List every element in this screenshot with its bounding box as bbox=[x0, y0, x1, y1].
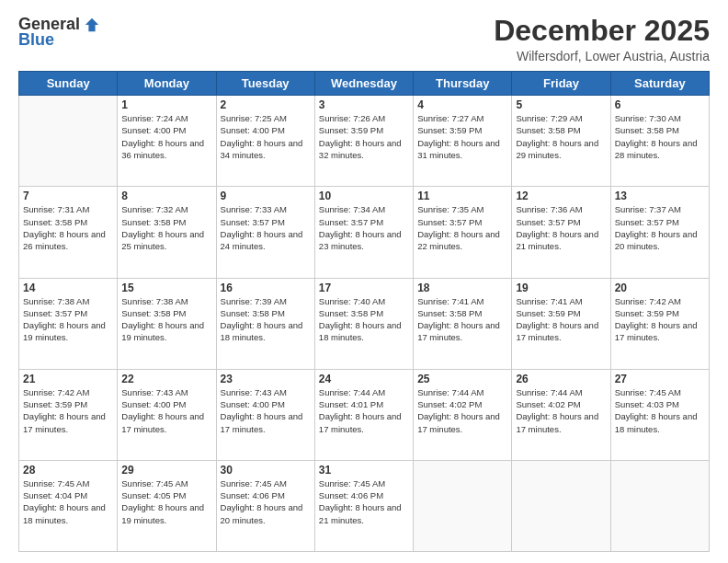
day-info: Sunrise: 7:45 AMSunset: 4:05 PMDaylight:… bbox=[121, 477, 211, 526]
day-number: 8 bbox=[121, 190, 211, 202]
day-number: 20 bbox=[615, 282, 705, 294]
day-number: 23 bbox=[221, 373, 311, 385]
day-number: 1 bbox=[121, 98, 211, 111]
calendar-cell: 19Sunrise: 7:41 AMSunset: 3:59 PMDayligh… bbox=[512, 278, 610, 369]
day-info: Sunrise: 7:45 AMSunset: 4:06 PMDaylight:… bbox=[221, 477, 311, 526]
calendar-cell: 24Sunrise: 7:44 AMSunset: 4:01 PMDayligh… bbox=[314, 369, 413, 460]
calendar-week-row: 28Sunrise: 7:45 AMSunset: 4:04 PMDayligh… bbox=[19, 460, 710, 551]
day-number: 21 bbox=[23, 373, 113, 385]
day-info: Sunrise: 7:44 AMSunset: 4:02 PMDaylight:… bbox=[516, 386, 606, 435]
day-info: Sunrise: 7:42 AMSunset: 3:59 PMDaylight:… bbox=[23, 386, 113, 435]
calendar-cell: 23Sunrise: 7:43 AMSunset: 4:00 PMDayligh… bbox=[216, 369, 314, 460]
day-of-week-header: Wednesday bbox=[314, 72, 413, 96]
day-info: Sunrise: 7:44 AMSunset: 4:01 PMDaylight:… bbox=[319, 386, 409, 435]
day-of-week-header: Monday bbox=[118, 72, 216, 96]
day-number: 28 bbox=[23, 464, 113, 477]
day-number: 31 bbox=[319, 464, 409, 477]
day-number: 26 bbox=[516, 373, 606, 385]
day-of-week-header: Friday bbox=[512, 72, 610, 96]
calendar-cell bbox=[610, 460, 709, 551]
calendar-cell: 13Sunrise: 7:37 AMSunset: 3:57 PMDayligh… bbox=[610, 187, 709, 278]
day-number: 24 bbox=[319, 373, 409, 385]
calendar-cell: 10Sunrise: 7:34 AMSunset: 3:57 PMDayligh… bbox=[314, 187, 413, 278]
calendar-cell: 6Sunrise: 7:30 AMSunset: 3:58 PMDaylight… bbox=[610, 96, 709, 187]
calendar-cell: 16Sunrise: 7:39 AMSunset: 3:58 PMDayligh… bbox=[216, 278, 314, 369]
day-info: Sunrise: 7:38 AMSunset: 3:58 PMDaylight:… bbox=[121, 295, 211, 344]
day-info: Sunrise: 7:39 AMSunset: 3:58 PMDaylight:… bbox=[221, 295, 311, 344]
day-number: 5 bbox=[516, 98, 606, 111]
month-title: December 2025 bbox=[494, 15, 710, 47]
day-info: Sunrise: 7:43 AMSunset: 4:00 PMDaylight:… bbox=[221, 386, 311, 435]
day-number: 14 bbox=[23, 282, 113, 294]
day-info: Sunrise: 7:44 AMSunset: 4:02 PMDaylight:… bbox=[417, 386, 507, 435]
calendar-cell: 22Sunrise: 7:43 AMSunset: 4:00 PMDayligh… bbox=[118, 369, 216, 460]
calendar-cell: 7Sunrise: 7:31 AMSunset: 3:58 PMDaylight… bbox=[19, 187, 118, 278]
calendar-cell: 15Sunrise: 7:38 AMSunset: 3:58 PMDayligh… bbox=[118, 278, 216, 369]
day-info: Sunrise: 7:42 AMSunset: 3:59 PMDaylight:… bbox=[615, 295, 705, 344]
logo: General Blue bbox=[18, 15, 100, 50]
day-info: Sunrise: 7:30 AMSunset: 3:58 PMDaylight:… bbox=[615, 112, 705, 161]
calendar-week-row: 21Sunrise: 7:42 AMSunset: 3:59 PMDayligh… bbox=[19, 369, 710, 460]
calendar-cell: 31Sunrise: 7:45 AMSunset: 4:06 PMDayligh… bbox=[314, 460, 413, 551]
day-info: Sunrise: 7:41 AMSunset: 3:58 PMDaylight:… bbox=[417, 295, 507, 344]
day-number: 15 bbox=[121, 282, 211, 294]
day-number: 19 bbox=[516, 282, 606, 294]
calendar-week-row: 1Sunrise: 7:24 AMSunset: 4:00 PMDaylight… bbox=[19, 96, 710, 187]
day-number: 2 bbox=[221, 98, 311, 111]
day-info: Sunrise: 7:45 AMSunset: 4:06 PMDaylight:… bbox=[319, 477, 409, 526]
calendar-cell: 9Sunrise: 7:33 AMSunset: 3:57 PMDaylight… bbox=[216, 187, 314, 278]
calendar-cell: 25Sunrise: 7:44 AMSunset: 4:02 PMDayligh… bbox=[414, 369, 512, 460]
day-number: 11 bbox=[417, 190, 507, 202]
calendar-cell: 2Sunrise: 7:25 AMSunset: 4:00 PMDaylight… bbox=[216, 96, 314, 187]
day-number: 29 bbox=[121, 464, 211, 477]
calendar-cell: 17Sunrise: 7:40 AMSunset: 3:58 PMDayligh… bbox=[314, 278, 413, 369]
day-number: 17 bbox=[319, 282, 409, 294]
day-number: 10 bbox=[319, 190, 409, 202]
calendar-cell: 4Sunrise: 7:27 AMSunset: 3:59 PMDaylight… bbox=[414, 96, 512, 187]
day-info: Sunrise: 7:25 AMSunset: 4:00 PMDaylight:… bbox=[221, 112, 311, 161]
day-info: Sunrise: 7:38 AMSunset: 3:57 PMDaylight:… bbox=[23, 295, 113, 344]
day-number: 18 bbox=[417, 282, 507, 294]
day-info: Sunrise: 7:35 AMSunset: 3:57 PMDaylight:… bbox=[417, 203, 507, 252]
header: General Blue December 2025 Wilfersdorf, … bbox=[18, 15, 710, 63]
calendar-cell: 1Sunrise: 7:24 AMSunset: 4:00 PMDaylight… bbox=[118, 96, 216, 187]
day-info: Sunrise: 7:45 AMSunset: 4:04 PMDaylight:… bbox=[23, 477, 113, 526]
day-number: 7 bbox=[23, 190, 113, 202]
day-number: 16 bbox=[221, 282, 311, 294]
calendar-table: SundayMondayTuesdayWednesdayThursdayFrid… bbox=[18, 71, 710, 552]
calendar-cell: 14Sunrise: 7:38 AMSunset: 3:57 PMDayligh… bbox=[19, 278, 118, 369]
day-info: Sunrise: 7:29 AMSunset: 3:58 PMDaylight:… bbox=[516, 112, 606, 161]
calendar-cell: 21Sunrise: 7:42 AMSunset: 3:59 PMDayligh… bbox=[19, 369, 118, 460]
logo-blue-text: Blue bbox=[18, 30, 54, 50]
calendar-header-row: SundayMondayTuesdayWednesdayThursdayFrid… bbox=[19, 72, 710, 96]
page: General Blue December 2025 Wilfersdorf, … bbox=[0, 0, 728, 563]
calendar-cell: 28Sunrise: 7:45 AMSunset: 4:04 PMDayligh… bbox=[19, 460, 118, 551]
day-info: Sunrise: 7:40 AMSunset: 3:58 PMDaylight:… bbox=[319, 295, 409, 344]
day-number: 22 bbox=[121, 373, 211, 385]
calendar-cell: 29Sunrise: 7:45 AMSunset: 4:05 PMDayligh… bbox=[118, 460, 216, 551]
calendar-cell: 11Sunrise: 7:35 AMSunset: 3:57 PMDayligh… bbox=[414, 187, 512, 278]
day-info: Sunrise: 7:32 AMSunset: 3:58 PMDaylight:… bbox=[121, 203, 211, 252]
day-of-week-header: Thursday bbox=[414, 72, 512, 96]
day-number: 3 bbox=[319, 98, 409, 111]
day-number: 9 bbox=[221, 190, 311, 202]
logo-icon bbox=[84, 17, 100, 33]
calendar-cell: 26Sunrise: 7:44 AMSunset: 4:02 PMDayligh… bbox=[512, 369, 610, 460]
day-info: Sunrise: 7:31 AMSunset: 3:58 PMDaylight:… bbox=[23, 203, 113, 252]
day-info: Sunrise: 7:27 AMSunset: 3:59 PMDaylight:… bbox=[417, 112, 507, 161]
calendar-cell: 30Sunrise: 7:45 AMSunset: 4:06 PMDayligh… bbox=[216, 460, 314, 551]
day-info: Sunrise: 7:43 AMSunset: 4:00 PMDaylight:… bbox=[121, 386, 211, 435]
day-info: Sunrise: 7:37 AMSunset: 3:57 PMDaylight:… bbox=[615, 203, 705, 252]
day-info: Sunrise: 7:26 AMSunset: 3:59 PMDaylight:… bbox=[319, 112, 409, 161]
day-number: 6 bbox=[615, 98, 705, 111]
calendar-cell: 27Sunrise: 7:45 AMSunset: 4:03 PMDayligh… bbox=[610, 369, 709, 460]
calendar-week-row: 14Sunrise: 7:38 AMSunset: 3:57 PMDayligh… bbox=[19, 278, 710, 369]
calendar-week-row: 7Sunrise: 7:31 AMSunset: 3:58 PMDaylight… bbox=[19, 187, 710, 278]
calendar-cell bbox=[414, 460, 512, 551]
day-info: Sunrise: 7:24 AMSunset: 4:00 PMDaylight:… bbox=[121, 112, 211, 161]
day-number: 4 bbox=[417, 98, 507, 111]
day-number: 12 bbox=[516, 190, 606, 202]
day-of-week-header: Saturday bbox=[610, 72, 709, 96]
subtitle: Wilfersdorf, Lower Austria, Austria bbox=[494, 49, 710, 63]
day-of-week-header: Sunday bbox=[19, 72, 118, 96]
